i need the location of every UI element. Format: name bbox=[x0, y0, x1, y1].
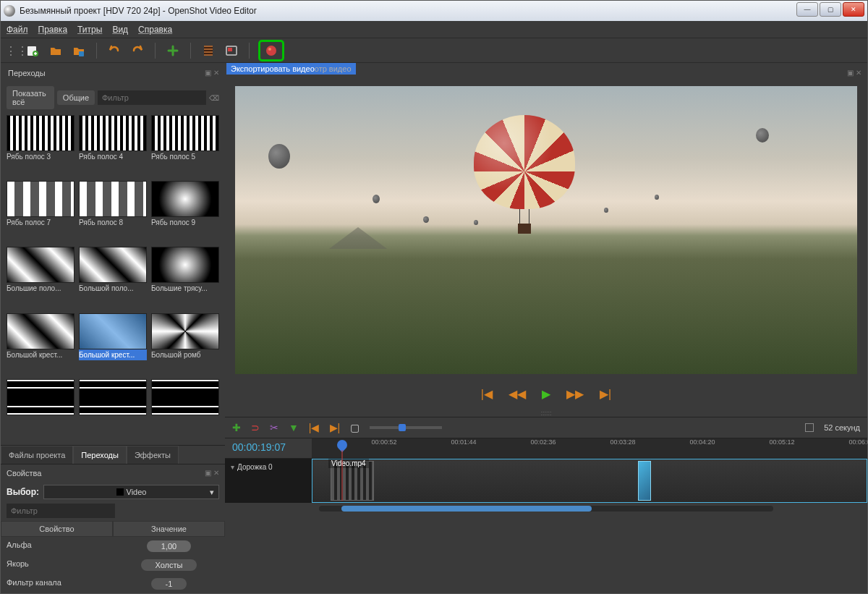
tab-transitions[interactable]: Переходы bbox=[73, 446, 127, 464]
open-project-button[interactable] bbox=[47, 42, 64, 59]
transition-item[interactable]: Большой ромб bbox=[151, 313, 219, 376]
track-body[interactable]: Video.mp4 bbox=[312, 459, 867, 503]
menu-file[interactable]: Файл bbox=[7, 25, 28, 35]
play-controls: |◀ ◀◀ ▶ ▶▶ ▶| bbox=[225, 378, 867, 410]
jump-end-button[interactable]: ▶| bbox=[600, 387, 611, 401]
add-track-button[interactable]: ✚ bbox=[232, 422, 241, 433]
col-value[interactable]: Значение bbox=[113, 521, 225, 537]
transition-item[interactable] bbox=[151, 379, 219, 442]
svg-rect-8 bbox=[228, 48, 232, 51]
col-name[interactable]: Свойство bbox=[1, 521, 113, 537]
menu-titles[interactable]: Титры bbox=[77, 25, 102, 35]
playhead-line bbox=[342, 450, 343, 501]
snap-button[interactable]: ⊃ bbox=[251, 422, 260, 433]
transition-item[interactable] bbox=[79, 379, 147, 442]
common-button[interactable]: Общие bbox=[57, 90, 95, 105]
transition-item[interactable]: Большой крест... bbox=[7, 313, 75, 376]
property-row[interactable]: Альфа 1,00 bbox=[1, 537, 225, 556]
menu-help[interactable]: Справка bbox=[138, 25, 172, 35]
grip-icon: ⋮⋮ bbox=[5, 44, 18, 57]
dock-icons[interactable]: ▣ ✕ bbox=[847, 69, 861, 77]
close-button[interactable]: ✕ bbox=[843, 2, 864, 17]
window-title: Безымянный проект [HDV 720 24p] - OpenSh… bbox=[20, 6, 864, 16]
transitions-grid: Рябь полос 3 Рябь полос 4 Рябь полос 5 Р… bbox=[1, 112, 225, 445]
choice-dropdown[interactable]: Video bbox=[43, 485, 219, 499]
transition-item[interactable]: Большой поло... bbox=[79, 247, 147, 310]
choice-label: Выбор: bbox=[7, 487, 39, 497]
transition-item[interactable]: Большие трясу... bbox=[151, 247, 219, 310]
show-all-button[interactable]: Показать всё bbox=[7, 86, 54, 109]
menu-edit[interactable]: Правка bbox=[38, 25, 68, 35]
transition-item[interactable]: Рябь полос 3 bbox=[7, 115, 75, 178]
dock-icons[interactable]: ▣ ✕ bbox=[205, 69, 219, 77]
timeline-ticks[interactable]: 00:00:52 00:01:44 00:02:36 00:03:28 00:0… bbox=[312, 438, 867, 458]
menu-view[interactable]: Вид bbox=[112, 25, 128, 35]
transitions-panel-title: Переходы bbox=[8, 69, 46, 77]
tab-effects[interactable]: Эффекты bbox=[127, 446, 179, 464]
next-marker-button[interactable]: ▶| bbox=[330, 422, 341, 433]
properties-header: Свойства ▣ ✕ bbox=[1, 464, 225, 482]
prev-marker-button[interactable]: |◀ bbox=[309, 422, 320, 433]
transition-item[interactable] bbox=[7, 379, 75, 442]
marker-button[interactable]: ▼ bbox=[289, 422, 299, 433]
transition-item[interactable]: Большие поло... bbox=[7, 247, 75, 310]
tab-project-files[interactable]: Файлы проекта bbox=[1, 446, 73, 464]
seconds-label: 52 секунд bbox=[824, 423, 860, 432]
current-time: 00:00:19:07 bbox=[225, 438, 312, 458]
timeline-ruler[interactable]: 00:00:19:07 00:00:52 00:01:44 00:02:36 0… bbox=[225, 438, 867, 458]
new-project-button[interactable] bbox=[24, 42, 41, 59]
save-project-button[interactable] bbox=[70, 42, 88, 59]
video-preview[interactable] bbox=[235, 86, 857, 374]
clear-filter-icon[interactable]: ⌫ bbox=[209, 94, 219, 102]
timeline-toolbar: ✚ ⊃ ✂ ▼ |◀ ▶| ▢ 52 секунд bbox=[225, 417, 867, 438]
svg-rect-4 bbox=[204, 47, 213, 48]
timeline-scrollbar[interactable] bbox=[225, 503, 867, 514]
panel-grip[interactable]: :::::: bbox=[225, 410, 867, 417]
transition-item[interactable]: Рябь полос 5 bbox=[151, 115, 219, 178]
timeline-tracks: Дорожка 0 Video.mp4 bbox=[225, 458, 867, 503]
rewind-button[interactable]: ◀◀ bbox=[509, 387, 526, 401]
menubar: Файл Правка Титры Вид Справка bbox=[1, 21, 867, 38]
app-icon bbox=[4, 5, 15, 17]
svg-point-10 bbox=[268, 48, 271, 51]
transition-clip[interactable] bbox=[638, 461, 651, 501]
profile-button[interactable] bbox=[200, 42, 217, 59]
export-video-button[interactable] bbox=[258, 40, 284, 61]
property-row[interactable]: Фильтр канала -1 bbox=[1, 574, 225, 593]
checkbox-icon[interactable] bbox=[805, 423, 814, 432]
svg-rect-6 bbox=[204, 53, 213, 54]
properties-filter-input[interactable] bbox=[7, 504, 115, 518]
property-row[interactable]: Якорь Холсты bbox=[1, 556, 225, 574]
jump-start-button[interactable]: |◀ bbox=[481, 387, 493, 401]
svg-rect-2 bbox=[79, 51, 84, 56]
redo-button[interactable] bbox=[129, 42, 146, 59]
track-label[interactable]: Дорожка 0 bbox=[225, 459, 312, 503]
transitions-panel-header: Переходы Экспортировать видеоотр видео ▣… bbox=[1, 63, 225, 83]
transition-item[interactable]: Рябь полос 7 bbox=[7, 181, 75, 244]
titlebar: Безымянный проект [HDV 720 24p] - OpenSh… bbox=[1, 1, 867, 21]
clip-label: Video.mp4 bbox=[328, 459, 369, 468]
dock-icons[interactable]: ▣ ✕ bbox=[205, 469, 219, 477]
transition-item[interactable]: Большой крест... bbox=[79, 313, 147, 376]
transition-item[interactable]: Рябь полос 8 bbox=[79, 181, 147, 244]
center-button[interactable]: ▢ bbox=[350, 422, 359, 433]
export-tooltip: Экспортировать видеоотр видео bbox=[226, 63, 356, 75]
zoom-slider[interactable] bbox=[370, 426, 442, 429]
minimize-button[interactable]: — bbox=[796, 2, 818, 17]
svg-point-9 bbox=[266, 46, 276, 56]
transition-item[interactable]: Рябь полос 9 bbox=[151, 181, 219, 244]
play-button[interactable]: ▶ bbox=[542, 387, 550, 401]
svg-rect-5 bbox=[204, 50, 213, 51]
forward-button[interactable]: ▶▶ bbox=[566, 387, 584, 401]
fullscreen-button[interactable] bbox=[223, 42, 240, 59]
maximize-button[interactable]: ▢ bbox=[820, 2, 841, 17]
transitions-filter-input[interactable] bbox=[98, 90, 206, 105]
import-files-button[interactable] bbox=[164, 42, 182, 59]
transition-item[interactable]: Рябь полос 4 bbox=[79, 115, 147, 178]
undo-button[interactable] bbox=[106, 42, 123, 59]
razor-button[interactable]: ✂ bbox=[270, 422, 278, 433]
main-toolbar: ⋮⋮ bbox=[1, 38, 867, 63]
